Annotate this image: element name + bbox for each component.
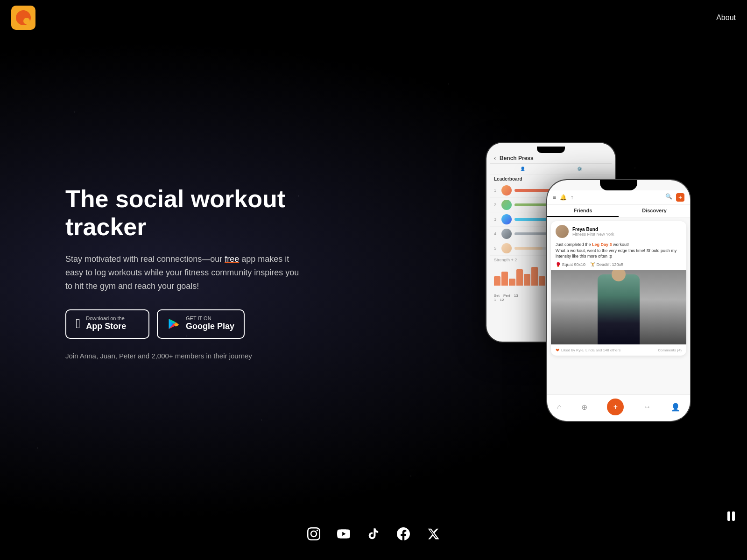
- post-image: [551, 270, 686, 344]
- bell-icon: 🔔: [560, 194, 567, 201]
- back-arrow-icon: ‹: [494, 155, 496, 161]
- phone-bottom-nav: ⌂ ⊕ + ↔ 👤: [547, 394, 690, 421]
- google-play-large: Google Play: [186, 321, 234, 332]
- post-avatar: [556, 225, 569, 238]
- phone-back-title: Bench Press: [500, 155, 534, 161]
- squats-stat: 🥊 Squat 90x10: [556, 262, 585, 267]
- logo-icon: [16, 10, 31, 25]
- profile-nav-icon[interactable]: 👤: [671, 403, 680, 412]
- activity-nav-icon[interactable]: ↔: [644, 403, 651, 411]
- post-comments: Comments (4): [658, 348, 682, 352]
- logo[interactable]: [11, 6, 35, 30]
- phone-front-screen: ≡ 🔔 ↑ 🔍 + Friends Discovery: [547, 180, 690, 421]
- app-store-button[interactable]:  Download on the App Store: [65, 309, 149, 338]
- pause-bar-right: [732, 511, 735, 521]
- apple-icon: : [76, 317, 80, 330]
- x-twitter-icon[interactable]: [426, 526, 441, 541]
- search-icon: 🔍: [665, 193, 672, 202]
- discovery-tab[interactable]: Discovery: [619, 205, 690, 217]
- hero-title: The social workout tracker: [65, 185, 308, 241]
- members-text: Join Anna, Juan, Peter and 2,000+ member…: [65, 352, 308, 360]
- google-play-button[interactable]: GET IT ON Google Play: [157, 309, 245, 338]
- post-username: Freya Bund: [572, 227, 614, 232]
- hero-section: The social workout tracker Stay motivate…: [0, 0, 747, 560]
- home-nav-icon[interactable]: ⌂: [557, 403, 562, 411]
- post-text: Just completed the Leg Day 3 workout! Wh…: [551, 242, 686, 262]
- pause-button[interactable]: [725, 510, 738, 523]
- post-likes: ❤ Liked by Kyle, Linda and 148 others: [556, 348, 620, 353]
- phone-front: ≡ 🔔 ↑ 🔍 + Friends Discovery: [546, 179, 691, 422]
- youtube-icon[interactable]: [336, 526, 351, 541]
- subtitle-part1: Stay motivated with real connections—our: [65, 254, 225, 264]
- google-play-small: GET IT ON: [186, 316, 234, 321]
- post-card: Freya Bund Fitness First New York Just c…: [551, 221, 686, 356]
- about-link[interactable]: About: [716, 14, 736, 22]
- post-text-part1: Just completed the: [556, 242, 592, 247]
- hero-subtitle: Stay motivated with real connections—our…: [65, 252, 308, 293]
- navbar: About: [0, 0, 747, 35]
- free-word: free: [225, 254, 239, 264]
- instagram-icon[interactable]: [306, 526, 321, 541]
- app-store-text: Download on the App Store: [86, 316, 126, 332]
- google-play-icon: [167, 317, 180, 330]
- friends-tab[interactable]: Friends: [547, 205, 619, 217]
- share-icon: ↑: [571, 194, 573, 201]
- hero-content: The social workout tracker Stay motivate…: [0, 0, 747, 517]
- post-text-part2: workout!: [612, 242, 629, 247]
- search-nav-icon[interactable]: ⊕: [581, 403, 587, 412]
- post-highlight: Leg Day 3: [592, 242, 612, 247]
- post-text-part3: What a workout, went to the very edge th…: [556, 248, 677, 259]
- app-store-large: App Store: [86, 321, 126, 332]
- add-icon: +: [676, 193, 684, 202]
- app-buttons:  Download on the App Store: [65, 309, 308, 338]
- plus-nav-icon[interactable]: +: [607, 399, 624, 415]
- phone-mockups: ‹ Bench Press 👤 ⚙️ Leaderboard 1 2: [486, 142, 710, 403]
- deadlift-stat: 🏋️ Deadlift 120x5: [590, 262, 623, 267]
- facebook-icon[interactable]: [396, 526, 411, 541]
- tiktok-icon[interactable]: [366, 526, 381, 541]
- pause-bar-left: [727, 511, 730, 521]
- social-bar: [0, 517, 747, 560]
- post-stats: 🥊 Squat 90x10 🏋️ Deadlift 120x5: [551, 262, 686, 270]
- post-org: Fitness First New York: [572, 232, 614, 237]
- filter-icon: ≡: [553, 194, 556, 201]
- hero-left: The social workout tracker Stay motivate…: [65, 185, 308, 359]
- app-store-small: Download on the: [86, 316, 126, 321]
- google-play-text: GET IT ON Google Play: [186, 316, 234, 332]
